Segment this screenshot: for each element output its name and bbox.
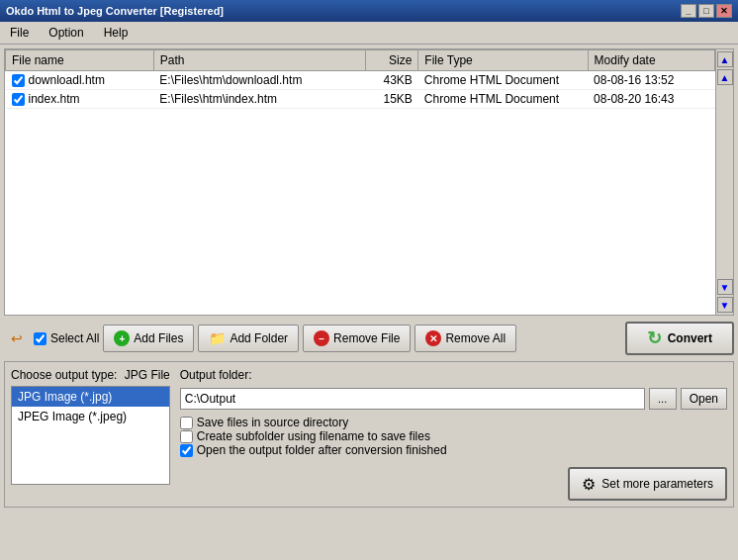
file-table-inner: File name Path Size File Type Modify dat… xyxy=(5,49,715,315)
output-type-item-0[interactable]: JPG Image (*.jpg) xyxy=(12,387,169,407)
add-files-button[interactable]: + Add Files xyxy=(103,325,194,352)
set-more-parameters-button[interactable]: ⚙ Set more parameters xyxy=(568,467,727,501)
scroll-down-arrow[interactable]: ▼ xyxy=(717,279,733,295)
scroll-up-arrow[interactable]: ▲ xyxy=(717,69,733,85)
file-size-cell: 43KB xyxy=(365,71,418,90)
checkboxes-container: Save files in source directory Create su… xyxy=(180,416,727,457)
file-name-cell: index.htm xyxy=(6,90,154,109)
remove-file-button[interactable]: − Remove File xyxy=(303,325,411,352)
file-table-container: File name Path Size File Type Modify dat… xyxy=(4,48,734,316)
open-button[interactable]: Open xyxy=(681,388,727,410)
back-button[interactable]: ↩ xyxy=(4,327,30,349)
checkbox-row-2: Open the output folder after conversion … xyxy=(180,443,727,457)
file-name-text: downloadl.htm xyxy=(29,73,105,87)
file-date-cell: 08-08-20 16:43 xyxy=(588,90,714,109)
remove-all-button[interactable]: ✕ Remove All xyxy=(415,325,516,352)
file-checkbox-1[interactable] xyxy=(12,93,25,106)
file-date-cell: 08-08-16 13:52 xyxy=(588,71,714,90)
checkbox-0[interactable] xyxy=(180,417,193,429)
output-type-value: JPG File xyxy=(125,368,170,382)
file-type-cell: Chrome HTML Document xyxy=(418,90,588,109)
col-header-filename: File name xyxy=(6,50,154,71)
remove-file-icon: − xyxy=(314,330,329,346)
scrollbar-panel: ▲ ▲ ▼ ▼ xyxy=(715,49,733,315)
checkbox-2[interactable] xyxy=(180,444,193,457)
col-header-modifydate: Modify date xyxy=(588,50,714,71)
file-type-cell: Chrome HTML Document xyxy=(418,71,588,90)
convert-label: Convert xyxy=(668,331,712,345)
menu-file[interactable]: File xyxy=(4,24,35,42)
menu-option[interactable]: Option xyxy=(43,24,89,42)
file-name-cell: downloadl.htm xyxy=(6,71,154,90)
table-row: index.htm E:\Files\htm\index.htm 15KB Ch… xyxy=(6,90,715,109)
output-folder-row: ... Open xyxy=(180,388,727,410)
convert-button[interactable]: ↻ Convert xyxy=(625,322,734,355)
title-bar-buttons: _ □ ✕ xyxy=(681,4,732,18)
checkbox-label-1: Create subfolder using filename to save … xyxy=(197,429,430,443)
file-table: File name Path Size File Type Modify dat… xyxy=(5,49,715,109)
scroll-top-arrow[interactable]: ▲ xyxy=(717,51,733,67)
browse-button[interactable]: ... xyxy=(649,388,677,410)
bottom-panel: Choose output type: JPG File JPG Image (… xyxy=(4,361,734,508)
close-button[interactable]: ✕ xyxy=(716,4,732,18)
remove-file-label: Remove File xyxy=(333,331,400,345)
col-header-filetype: File Type xyxy=(418,50,588,71)
maximize-button[interactable]: □ xyxy=(698,4,714,18)
output-type-label: Choose output type: xyxy=(11,368,117,382)
output-type-panel: Choose output type: JPG File JPG Image (… xyxy=(11,368,170,501)
convert-icon: ↻ xyxy=(647,327,662,349)
menu-bar: File Option Help xyxy=(0,22,738,45)
checkbox-1[interactable] xyxy=(180,430,193,443)
remove-all-icon: ✕ xyxy=(425,330,441,346)
output-right: Output folder: ... Open Save files in so… xyxy=(180,368,727,501)
col-header-path: Path xyxy=(153,50,365,71)
output-folder-label: Output folder: xyxy=(180,368,727,382)
add-files-label: Add Files xyxy=(134,331,183,345)
file-name-text: index.htm xyxy=(29,92,80,106)
add-folder-icon: 📁 xyxy=(209,330,226,346)
params-label: Set more parameters xyxy=(601,477,713,491)
remove-all-label: Remove All xyxy=(445,331,506,345)
add-files-icon: + xyxy=(114,330,130,346)
minimize-button[interactable]: _ xyxy=(681,4,696,18)
output-type-header: Choose output type: JPG File xyxy=(11,368,170,382)
checkbox-row-1: Create subfolder using filename to save … xyxy=(180,429,727,443)
output-folder-input[interactable] xyxy=(180,388,645,410)
table-row: downloadl.htm E:\Files\htm\downloadl.htm… xyxy=(6,71,715,90)
checkbox-label-0: Save files in source directory xyxy=(197,416,348,429)
output-type-list[interactable]: JPG Image (*.jpg)JPEG Image (*.jpeg) xyxy=(11,386,170,485)
file-checkbox-0[interactable] xyxy=(12,74,25,87)
select-all-checkbox[interactable] xyxy=(34,332,46,345)
file-path-cell: E:\Files\htm\downloadl.htm xyxy=(153,71,365,90)
file-path-cell: E:\Files\htm\index.htm xyxy=(153,90,365,109)
output-type-item-1[interactable]: JPEG Image (*.jpeg) xyxy=(12,407,169,426)
menu-help[interactable]: Help xyxy=(98,24,135,42)
gear-icon: ⚙ xyxy=(582,475,596,494)
title-bar: Okdo Html to Jpeg Converter [Registered]… xyxy=(0,0,738,22)
file-size-cell: 15KB xyxy=(365,90,418,109)
col-header-size: Size xyxy=(365,50,418,71)
add-folder-button[interactable]: 📁 Add Folder xyxy=(198,325,299,352)
add-folder-label: Add Folder xyxy=(230,331,288,345)
main-content: File name Path Size File Type Modify dat… xyxy=(0,45,738,512)
window-title: Okdo Html to Jpeg Converter [Registered] xyxy=(6,5,224,17)
toolbar-row: ↩ Select All + Add Files 📁 Add Folder − … xyxy=(4,320,734,357)
scroll-bottom-arrow[interactable]: ▼ xyxy=(717,297,733,313)
select-all-area: Select All xyxy=(34,331,99,345)
checkbox-row-0: Save files in source directory xyxy=(180,416,727,429)
checkbox-label-2: Open the output folder after conversion … xyxy=(197,443,447,457)
select-all-label: Select All xyxy=(50,331,99,345)
